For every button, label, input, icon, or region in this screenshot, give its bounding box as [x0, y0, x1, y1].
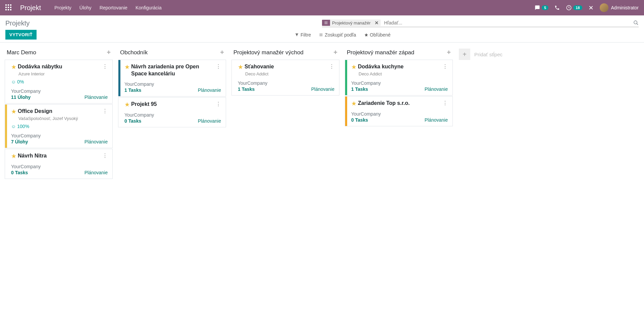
card-menu-icon[interactable]: ⋮: [442, 100, 448, 106]
favorites-button[interactable]: Obľúbené: [364, 32, 391, 38]
messages-badge: 5: [542, 5, 548, 10]
kanban-card[interactable]: ★Projekt 95⋮YourCompany0 TasksPlánovanie: [118, 97, 226, 127]
card-tasks[interactable]: 1 Tasks: [238, 86, 255, 92]
star-icon[interactable]: ★: [11, 108, 16, 115]
svg-rect-0: [5, 4, 7, 6]
card-tasks[interactable]: 0 Tasks: [11, 170, 28, 175]
card-tasks[interactable]: 0 Tasks: [124, 118, 141, 124]
kanban-card[interactable]: ★Návrh Nitra⋮YourCompany0 TasksPlánovani…: [5, 149, 113, 179]
card-plan[interactable]: Plánovanie: [198, 118, 221, 124]
star-icon[interactable]: ★: [11, 63, 16, 71]
groupby-button[interactable]: Zoskupiť podľa: [319, 32, 356, 38]
kanban-column-title: Marc Demo: [7, 49, 107, 56]
brand[interactable]: Projekt: [20, 4, 41, 12]
svg-point-10: [634, 21, 637, 24]
kanban-column-header[interactable]: Obchodník+: [116, 45, 228, 60]
card-subtitle: Azure Interior: [18, 71, 108, 76]
card-menu-icon[interactable]: ⋮: [216, 101, 221, 107]
card-menu-icon[interactable]: ⋮: [102, 63, 108, 70]
search-input[interactable]: [383, 19, 631, 26]
close-icon[interactable]: [588, 5, 594, 10]
card-menu-icon[interactable]: ⋮: [102, 108, 108, 114]
card-menu-icon[interactable]: ⋮: [442, 63, 448, 70]
search-icon[interactable]: [633, 20, 639, 25]
star-icon[interactable]: ★: [124, 63, 130, 71]
kanban-column-header[interactable]: Marc Demo+: [3, 45, 115, 60]
kanban-card[interactable]: ★Sťahovanie⋮Deco AddictYourCompany1 Task…: [231, 60, 339, 96]
star-icon[interactable]: ★: [351, 100, 357, 107]
card-happy: ☺0%: [11, 79, 108, 84]
nav-item-reportovanie[interactable]: Reportovanie: [100, 5, 127, 10]
nav-menu: Projekty Úlohy Reportovanie Konfigurácia: [54, 5, 161, 10]
card-company: YourCompany: [124, 81, 221, 87]
card-plan[interactable]: Plánovanie: [85, 95, 108, 100]
nav-item-konfiguracia[interactable]: Konfigurácia: [136, 5, 162, 10]
card-tasks[interactable]: 1 Tasks: [351, 86, 368, 92]
column-add-icon[interactable]: +: [333, 49, 337, 56]
card-subtitle: Deco Addict: [359, 71, 448, 76]
kanban-column: Projektový manažér východ+★Sťahovanie⋮De…: [229, 45, 342, 96]
kanban-card[interactable]: ★Office Design⋮VašaSpoločnosť, Jozef Vys…: [5, 104, 113, 148]
card-title: Návrh Nitra: [18, 152, 100, 160]
column-add-icon[interactable]: +: [447, 49, 451, 56]
card-plan[interactable]: Plánovanie: [311, 86, 334, 92]
facet-remove-icon[interactable]: ✕: [373, 19, 381, 26]
nav-item-projekty[interactable]: Projekty: [54, 5, 71, 10]
star-icon[interactable]: ★: [11, 152, 16, 160]
user-menu[interactable]: Administrator: [600, 3, 639, 12]
kanban-card[interactable]: ★Dodávka nábytku⋮Azure Interior☺0%YourCo…: [5, 60, 113, 104]
messages-button[interactable]: 5: [534, 5, 548, 10]
kanban-column-header[interactable]: Projektový manažér východ+: [229, 45, 341, 60]
column-add-icon[interactable]: +: [220, 49, 224, 56]
topbar-right: 5 18 Administrator: [534, 3, 639, 12]
card-tasks[interactable]: 1 Tasks: [124, 87, 141, 93]
star-icon[interactable]: ★: [124, 101, 130, 108]
card-company: YourCompany: [11, 88, 108, 94]
svg-rect-3: [5, 7, 7, 8]
card-title: Návrh zariadenia pre Open Space kancelár…: [131, 63, 214, 77]
card-menu-icon[interactable]: ⋮: [102, 152, 108, 159]
filters-label: Filtre: [301, 32, 311, 38]
card-tasks[interactable]: 11 Úlohy: [11, 95, 31, 100]
kanban-column: Marc Demo+★Dodávka nábytku⋮Azure Interio…: [2, 45, 115, 180]
card-plan[interactable]: Plánovanie: [425, 117, 448, 123]
card-plan[interactable]: Plánovanie: [198, 87, 221, 93]
control-panel: Projekty Projektový manažér ✕ VYTVORIŤ F…: [0, 15, 644, 43]
kanban-card[interactable]: ★Zariadenie Top s.r.o.⋮YourCompany0 Task…: [345, 96, 453, 126]
card-tasks[interactable]: 0 Tasks: [351, 117, 368, 123]
kanban-card[interactable]: ★Návrh zariadenia pre Open Space kancelá…: [118, 60, 226, 97]
card-stripe: [5, 105, 7, 148]
create-button[interactable]: VYTVORIŤ: [5, 30, 37, 40]
card-title: Zariadenie Top s.r.o.: [358, 100, 440, 107]
add-column-label: Pridať stĺpec: [474, 52, 502, 57]
groupby-icon: [322, 20, 330, 26]
kanban-column-header[interactable]: Projektový manažér západ+: [343, 45, 455, 60]
card-company: YourCompany: [351, 111, 448, 117]
card-title: Dodávka kuchyne: [358, 63, 440, 70]
card-plan[interactable]: Plánovanie: [425, 86, 448, 92]
card-happy-value: 100%: [17, 124, 29, 129]
favorites-label: Obľúbené: [370, 32, 391, 38]
card-tasks[interactable]: 7 Úlohy: [11, 139, 28, 144]
kanban-card[interactable]: ★Dodávka kuchyne⋮Deco AddictYourCompany1…: [345, 60, 453, 96]
card-stripe: [118, 60, 120, 96]
add-column[interactable]: +Pridať stĺpec: [455, 45, 516, 63]
apps-icon[interactable]: [5, 4, 12, 11]
activities-button[interactable]: 18: [566, 5, 582, 11]
star-icon[interactable]: ★: [238, 63, 243, 71]
nav-item-ulohy[interactable]: Úlohy: [79, 5, 92, 10]
search-options: Filtre Zoskupiť podľa Obľúbené: [295, 32, 390, 38]
column-add-icon[interactable]: +: [107, 49, 111, 56]
card-company: YourCompany: [124, 112, 221, 118]
phone-icon[interactable]: [554, 5, 560, 10]
add-column-icon[interactable]: +: [459, 49, 470, 60]
star-icon[interactable]: ★: [351, 63, 357, 71]
filters-button[interactable]: Filtre: [295, 32, 311, 38]
card-plan[interactable]: Plánovanie: [85, 139, 108, 144]
svg-rect-4: [8, 7, 9, 8]
kanban-column-title: Projektový manažér východ: [233, 49, 333, 56]
card-menu-icon[interactable]: ⋮: [329, 63, 334, 70]
svg-rect-5: [10, 7, 11, 8]
card-plan[interactable]: Plánovanie: [85, 170, 108, 175]
card-menu-icon[interactable]: ⋮: [216, 63, 221, 70]
